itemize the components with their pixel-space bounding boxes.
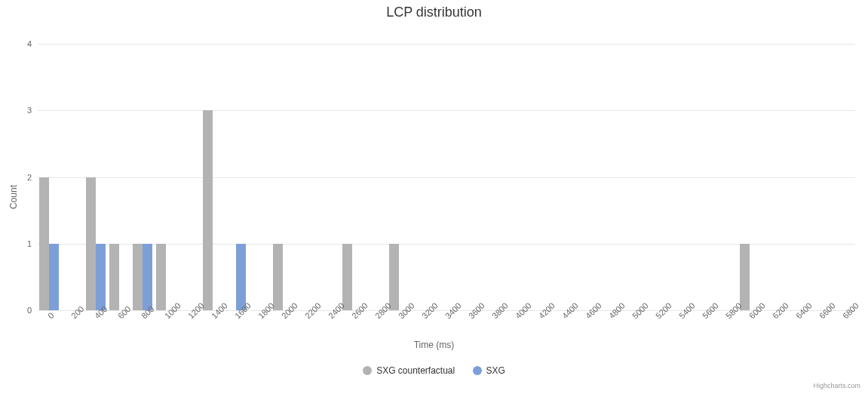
bar-cf-400[interactable] <box>86 177 96 311</box>
bars-layer <box>38 44 855 310</box>
x-tick: 0 <box>46 311 56 321</box>
bar-cf-6000[interactable] <box>740 244 750 310</box>
legend-item-sxg[interactable]: SXG <box>473 365 505 376</box>
circle-icon <box>363 366 372 375</box>
bar-cf-2000[interactable] <box>273 244 283 310</box>
bar-cf-0[interactable] <box>39 177 49 311</box>
bar-sxg-800[interactable] <box>143 244 152 310</box>
credit-label[interactable]: Highcharts.com <box>813 382 860 389</box>
y-tick: 1 <box>27 239 32 248</box>
bar-cf-3000[interactable] <box>389 244 399 310</box>
bar-cf-2600[interactable] <box>342 244 352 310</box>
plot-area: 01234 <box>38 44 855 311</box>
bar-sxg-0[interactable] <box>49 244 59 310</box>
legend: SXG counterfactual SXG <box>0 365 868 377</box>
y-tick: 2 <box>27 173 32 182</box>
bar-sxg-400[interactable] <box>96 244 106 310</box>
lcp-distribution-chart: LCP distribution Count 01234 02004006008… <box>0 0 868 394</box>
y-tick: 4 <box>27 39 32 48</box>
legend-label: SXG <box>486 365 505 376</box>
bar-cf-800[interactable] <box>133 244 143 310</box>
y-axis-label: Count <box>8 185 19 209</box>
chart-title: LCP distribution <box>0 5 868 20</box>
bar-cf-600[interactable] <box>109 244 119 310</box>
x-axis-label: Time (ms) <box>0 340 868 350</box>
bar-cf-1000[interactable] <box>156 244 166 310</box>
legend-item-cf[interactable]: SXG counterfactual <box>363 365 455 376</box>
legend-label: SXG counterfactual <box>376 365 455 376</box>
y-tick: 3 <box>27 106 32 115</box>
circle-icon <box>473 366 482 375</box>
bar-sxg-1600[interactable] <box>236 244 246 310</box>
bar-cf-1400[interactable] <box>203 110 213 310</box>
y-tick: 0 <box>27 306 32 315</box>
